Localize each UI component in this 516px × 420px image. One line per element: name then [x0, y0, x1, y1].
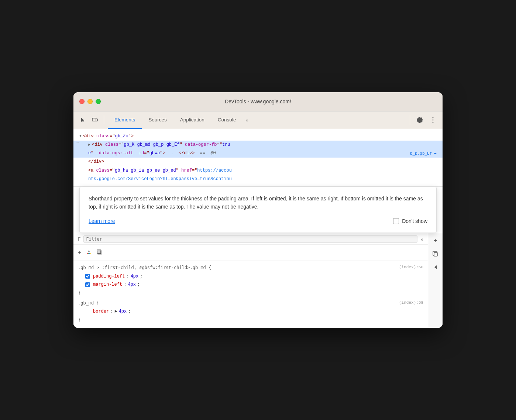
styles-filter-input[interactable]	[83, 235, 417, 243]
tooltip-popup: Shorthand property to set values for the…	[79, 187, 437, 233]
styles-left-panel: F » +	[73, 233, 428, 328]
dom-line-3[interactable]: e" data-ogsr-alt id="gbwa"> … </div> == …	[73, 149, 443, 158]
source-link-1[interactable]: (index):58	[399, 264, 423, 271]
devtools-window: DevTools - www.google.com/ Elements Sour…	[73, 92, 443, 328]
style-section-2-header: .gb_md { (index):58	[73, 299, 428, 307]
tab-elements[interactable]: Elements	[108, 111, 142, 129]
styles-filter-label: F	[78, 237, 80, 242]
toolbar-divider	[104, 116, 104, 124]
styles-panel: +	[73, 245, 428, 328]
main-content: … ▼ <div class="gb_Zc"> ► <div class="gb…	[73, 129, 443, 328]
expand-arrow-1[interactable]: ▼	[79, 133, 82, 139]
selected-element-display: b_p.gb_Ef	[410, 150, 432, 157]
style-selector-2: .gb_md {	[78, 299, 99, 307]
learn-more-link[interactable]: Learn more	[89, 217, 115, 225]
style-property-border: border : ► 4px ;	[73, 307, 428, 316]
dom-panel: … ▼ <div class="gb_Zc"> ► <div class="gb…	[73, 129, 443, 187]
toolbar-right	[410, 115, 438, 125]
svg-point-3	[433, 120, 434, 121]
dom-line-4[interactable]: </div>	[73, 158, 443, 166]
close-brace-2: }	[73, 316, 428, 324]
tab-console[interactable]: Console	[211, 111, 243, 129]
right-panel-icons: +	[428, 233, 443, 328]
svg-rect-12	[434, 252, 437, 256]
source-link-2[interactable]: (index):58	[399, 299, 423, 307]
padding-left-checkbox[interactable]	[85, 274, 90, 279]
tooltip-description: Shorthand property to set values for the…	[89, 194, 427, 211]
traffic-lights	[79, 99, 101, 104]
svg-rect-6	[87, 253, 88, 254]
tab-application[interactable]: Application	[173, 111, 211, 129]
svg-rect-9	[90, 253, 91, 254]
svg-rect-8	[89, 253, 90, 254]
maximize-button[interactable]	[96, 99, 101, 104]
dont-show-area: Don't show	[393, 217, 427, 225]
prop-value-margin-left[interactable]: 4px	[128, 281, 136, 288]
window-title: DevTools - www.google.com/	[225, 99, 291, 104]
tab-sources[interactable]: Sources	[142, 111, 173, 129]
titlebar: DevTools - www.google.com/	[73, 92, 443, 111]
tooltip-footer: Learn more Don't show	[89, 217, 427, 225]
toolbar: Elements Sources Application Console »	[73, 111, 443, 129]
style-property-padding-left: padding-left : 4px ;	[73, 272, 428, 280]
svg-point-2	[433, 117, 434, 118]
styles-tools-row: +	[73, 248, 428, 261]
copy-style-icon[interactable]	[431, 249, 440, 258]
dom-ellipsis: …	[76, 138, 79, 145]
style-section-2: .gb_md { (index):58 border : ► 4px ;	[73, 298, 428, 325]
dom-line-5[interactable]: <a class="gb_ha gb_ia gb_ee gb_ed" href=…	[73, 166, 443, 175]
bottom-panel: F » +	[73, 233, 443, 328]
svg-rect-7	[88, 253, 89, 254]
prop-name-border: border	[93, 308, 109, 315]
device-toggle-icon[interactable]	[90, 115, 100, 125]
more-options-icon[interactable]	[428, 115, 438, 125]
svg-rect-0	[92, 118, 96, 121]
tab-list: Elements Sources Application Console »	[108, 111, 408, 129]
styles-header-row: F »	[73, 233, 428, 245]
svg-rect-11	[98, 251, 102, 254]
dom-line-6[interactable]: nts.google.com/ServiceLogin?hl=en&passiv…	[73, 175, 443, 183]
dont-show-checkbox[interactable]	[393, 218, 399, 224]
style-property-margin-left: margin-left : 4px ;	[73, 280, 428, 289]
svg-point-4	[433, 122, 434, 123]
prop-value-border[interactable]: 4px	[119, 308, 127, 315]
prop-value-padding-left[interactable]: 4px	[131, 273, 139, 280]
close-brace-1: }	[73, 289, 428, 297]
style-section-1-header: .gb_md > :first-child, #gbsfw:first-chil…	[73, 263, 428, 272]
overflow-arrow-right[interactable]: ►	[434, 150, 437, 157]
tab-more-button[interactable]: »	[242, 111, 251, 129]
close-button[interactable]	[79, 99, 85, 104]
style-selector-1: .gb_md > :first-child, #gbsfw:first-chil…	[78, 264, 211, 271]
add-style-icon[interactable]: +	[431, 236, 440, 245]
prop-name-padding-left: padding-left	[93, 273, 125, 280]
dont-show-label: Don't show	[402, 217, 427, 225]
cursor-tool-icon[interactable]	[78, 115, 88, 125]
expand-arrow-2[interactable]: ►	[88, 142, 90, 148]
svg-marker-13	[434, 265, 437, 269]
settings-icon[interactable]	[414, 115, 425, 125]
margin-left-checkbox[interactable]	[85, 282, 90, 287]
shadows-icon[interactable]	[96, 249, 102, 258]
border-expand-arrow[interactable]: ►	[114, 308, 117, 315]
svg-rect-1	[96, 119, 97, 121]
minimize-button[interactable]	[87, 99, 93, 104]
color-picker-icon[interactable]	[86, 249, 92, 258]
dom-line-2[interactable]: ► <div class="gb_K gb_md gb_p gb_Ef" dat…	[73, 141, 443, 149]
style-section-1: .gb_md > :first-child, #gbsfw:first-chil…	[73, 262, 428, 298]
prop-name-margin-left: margin-left	[93, 281, 122, 288]
dom-line-1[interactable]: ▼ <div class="gb_Zc">	[73, 132, 443, 141]
add-rule-icon[interactable]: +	[78, 248, 82, 258]
styles-chevron-icon[interactable]: »	[420, 236, 423, 242]
collapse-panel-icon[interactable]	[431, 263, 440, 272]
